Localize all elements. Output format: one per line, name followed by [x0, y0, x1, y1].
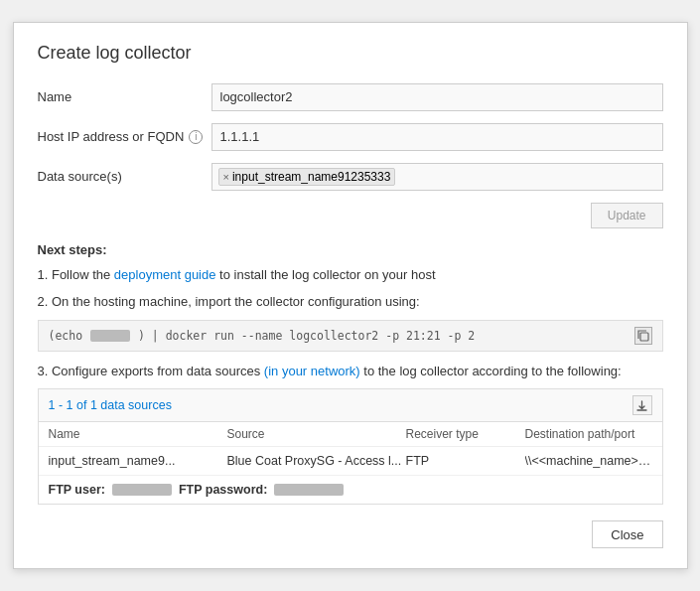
next-steps-section: Next steps: 1. Follow the deployment gui… [38, 242, 663, 506]
step-3: 3. Configure exports from data sources (… [38, 362, 663, 381]
network-link[interactable]: (in your network) [264, 364, 360, 378]
redacted-token [90, 330, 130, 342]
row-name: input_stream_name9... [49, 454, 227, 468]
col-header-receiver: Receiver type [406, 427, 525, 441]
col-header-name: Name [49, 427, 227, 441]
col-header-dest: Destination path/port [525, 427, 652, 441]
ftp-user-label: FTP user: [49, 483, 105, 497]
table-header-label: 1 - 1 of 1 data sources [49, 398, 172, 412]
close-button[interactable]: Close [592, 520, 662, 548]
row-source: Blue Coat ProxySG - Access l... [227, 454, 406, 468]
name-row: Name [38, 83, 663, 111]
host-label: Host IP address or FQDN i [38, 129, 211, 144]
col-header-source: Source [227, 427, 406, 441]
ftp-pass-value [274, 484, 344, 496]
table-row: input_stream_name9... Blue Coat ProxySG … [39, 447, 662, 476]
command-row: (echo ) | docker run --name logcollector… [38, 320, 663, 352]
name-label: Name [38, 89, 211, 104]
svg-rect-0 [640, 333, 648, 341]
step3-suffix: to the log collector according to the fo… [360, 364, 622, 378]
table-column-headers: Name Source Receiver type Destination pa… [39, 422, 662, 447]
datasource-tag-input[interactable]: × input_stream_name91235333 [211, 163, 663, 191]
row-receiver: FTP [406, 454, 525, 468]
deployment-guide-link[interactable]: deployment guide [114, 267, 216, 282]
datasource-tag: × input_stream_name91235333 [218, 168, 396, 186]
name-input[interactable] [211, 83, 663, 111]
create-log-collector-dialog: Create log collector Name Host IP addres… [13, 22, 688, 570]
table-header-row: 1 - 1 of 1 data sources [39, 389, 662, 422]
update-row: Update [38, 203, 663, 228]
row-dest: \\<<machine_name>>\input_stre... [525, 454, 652, 468]
copy-icon[interactable] [634, 327, 652, 345]
tag-remove-icon[interactable]: × [223, 171, 229, 183]
step-2: 2. On the hosting machine, import the co… [38, 292, 663, 312]
host-row: Host IP address or FQDN i [38, 123, 663, 151]
download-icon[interactable] [632, 395, 652, 415]
update-button[interactable]: Update [591, 203, 663, 228]
datasource-row: Data source(s) × input_stream_name912353… [38, 163, 663, 191]
host-input[interactable] [211, 123, 663, 151]
tag-text: input_stream_name91235333 [232, 170, 390, 184]
host-info-icon[interactable]: i [189, 130, 203, 144]
step3-prefix: 3. Configure exports from data sources [38, 364, 264, 378]
step-1: 1. Follow the deployment guide to instal… [38, 265, 663, 285]
ftp-credentials-row: FTP user: FTP password: [39, 476, 662, 504]
dialog-footer: Close [38, 520, 663, 548]
command-text: (echo ) | docker run --name logcollector… [49, 329, 629, 343]
ftp-pass-label: FTP password: [179, 483, 267, 497]
dialog-title: Create log collector [38, 43, 663, 64]
step1-prefix: 1. Follow the [38, 267, 114, 282]
ftp-user-value [112, 484, 172, 496]
data-sources-table: 1 - 1 of 1 data sources Name Source Rece… [38, 388, 663, 505]
next-steps-title: Next steps: [38, 242, 663, 257]
step1-suffix: to install the log collector on your hos… [215, 267, 435, 282]
datasource-label: Data source(s) [38, 169, 211, 184]
